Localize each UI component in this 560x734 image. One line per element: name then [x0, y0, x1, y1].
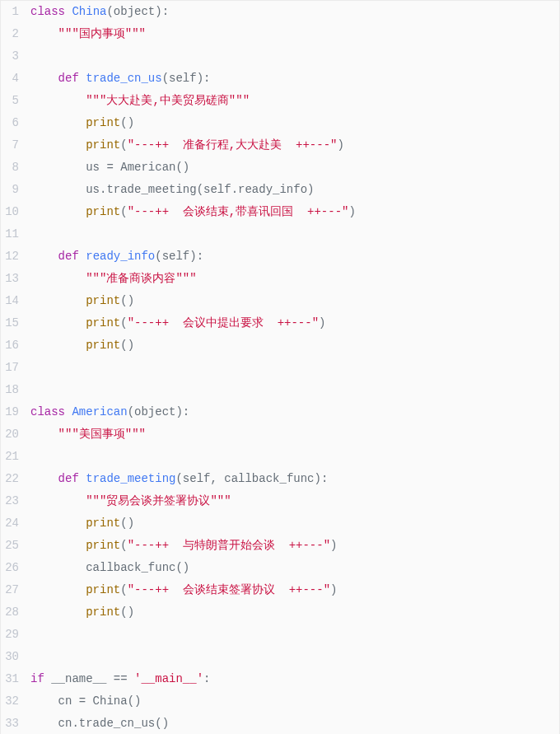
code-content: print() — [30, 290, 559, 312]
token-plain: cn — [30, 694, 79, 708]
code-line: 7 print("---++ 准备行程,大大赴美 ++---") — [1, 134, 559, 157]
code-content — [30, 624, 559, 646]
token-plain — [30, 116, 86, 129]
code-line: 17 — [1, 357, 559, 379]
token-plain: ( — [120, 539, 127, 552]
token-plain: ) — [330, 539, 337, 552]
token-string: """大大赴美,中美贸易磋商""" — [86, 94, 250, 107]
token-plain — [30, 272, 86, 285]
token-plain — [30, 294, 86, 307]
token-keyword: class — [30, 405, 65, 418]
token-keyword: class — [30, 5, 65, 18]
code-line: 21 — [1, 446, 559, 468]
code-content: """大大赴美,中美贸易磋商""" — [30, 90, 559, 112]
token-plain — [30, 339, 86, 352]
token-function: trade_cn_us — [86, 72, 161, 85]
line-number: 19 — [1, 401, 30, 423]
token-builtin: object — [114, 5, 155, 18]
line-number: 20 — [1, 423, 30, 446]
token-plain — [30, 428, 58, 441]
token-plain — [30, 316, 86, 330]
token-plain: ( — [162, 72, 169, 85]
token-string: "---++ 会议中提出要求 ++---" — [128, 316, 319, 330]
code-content: callback_func() — [30, 557, 559, 579]
code-line: 6 print() — [1, 112, 559, 134]
token-string: '__main__' — [134, 672, 203, 685]
token-plain: ( — [120, 138, 127, 152]
line-number: 6 — [1, 112, 30, 134]
token-string: "---++ 会谈结束签署协议 ++---" — [128, 583, 330, 596]
code-content: print("---++ 准备行程,大大赴美 ++---") — [30, 134, 559, 157]
token-plain: ) — [330, 583, 337, 596]
line-number: 4 — [1, 68, 30, 90]
token-plain — [128, 672, 134, 685]
token-function: trade_meeting — [86, 472, 175, 485]
token-plain — [30, 250, 58, 263]
line-number: 1 — [1, 1, 30, 23]
code-line: 5 """大大赴美,中美贸易磋商""" — [1, 90, 559, 112]
line-number: 21 — [1, 446, 30, 468]
token-prop: print — [86, 339, 120, 352]
line-number: 16 — [1, 334, 30, 357]
code-content: class American(object): — [30, 401, 559, 423]
code-content: us.trade_meeting(self.ready_info) — [30, 179, 559, 201]
code-content: print() — [30, 601, 559, 624]
token-string: """贸易会谈并签署协议""" — [86, 494, 231, 507]
token-plain: () — [120, 517, 134, 530]
token-plain: self — [162, 250, 190, 263]
line-number: 15 — [1, 312, 30, 334]
code-content: """贸易会谈并签署协议""" — [30, 490, 559, 512]
code-line: 16 print() — [1, 334, 559, 357]
token-plain: () — [120, 294, 134, 307]
token-plain: ( — [120, 583, 127, 596]
code-line: 9 us.trade_meeting(self.ready_info) — [1, 179, 559, 201]
code-line: 33 cn.trade_cn_us() — [1, 713, 559, 734]
token-plain: self — [169, 72, 197, 85]
token-string: "---++ 与特朗普开始会谈 ++---" — [128, 539, 330, 552]
line-number: 31 — [1, 668, 30, 690]
token-plain — [30, 605, 86, 619]
code-content: def trade_meeting(self, callback_func): — [30, 468, 559, 490]
token-plain — [30, 583, 86, 596]
token-plain: () — [120, 116, 134, 129]
code-content — [30, 357, 559, 379]
code-line: 31if __name__ == '__main__': — [1, 668, 559, 690]
code-content: cn = China() — [30, 690, 559, 713]
token-plain: ( — [155, 250, 161, 263]
token-prop: print — [86, 138, 120, 152]
line-number: 2 — [1, 23, 30, 45]
token-plain — [30, 205, 86, 218]
code-line: 26 callback_func() — [1, 557, 559, 579]
token-plain: __name__ — [44, 672, 114, 685]
code-content: """国内事项""" — [30, 23, 559, 45]
token-plain: ): — [175, 405, 189, 418]
line-number: 26 — [1, 557, 30, 579]
token-prop: print — [86, 605, 120, 619]
code-line: 1class China(object): — [1, 1, 559, 23]
code-line: 29 — [1, 624, 559, 646]
line-number: 3 — [1, 45, 30, 68]
token-keyword: def — [58, 472, 79, 485]
token-plain — [30, 494, 86, 507]
code-line: 2 """国内事项""" — [1, 23, 559, 45]
code-line: 3 — [1, 45, 559, 68]
code-content: print("---++ 会谈结束签署协议 ++---") — [30, 579, 559, 601]
line-number: 30 — [1, 646, 30, 668]
token-plain: = — [79, 694, 86, 708]
code-line: 20 """美国事项""" — [1, 423, 559, 446]
token-function: ready_info — [86, 250, 155, 263]
token-classname: China — [72, 5, 106, 18]
token-plain: ( — [120, 316, 127, 330]
token-plain: : — [203, 672, 210, 685]
code-line: 27 print("---++ 会谈结束签署协议 ++---") — [1, 579, 559, 601]
code-line: 8 us = American() — [1, 157, 559, 179]
token-plain: () — [120, 339, 134, 352]
line-number: 25 — [1, 535, 30, 557]
token-plain — [30, 539, 86, 552]
line-number: 14 — [1, 290, 30, 312]
token-builtin: object — [134, 405, 175, 418]
token-keyword: def — [58, 72, 79, 85]
token-plain: ( — [106, 5, 113, 18]
code-line: 28 print() — [1, 601, 559, 624]
line-number: 28 — [1, 601, 30, 624]
